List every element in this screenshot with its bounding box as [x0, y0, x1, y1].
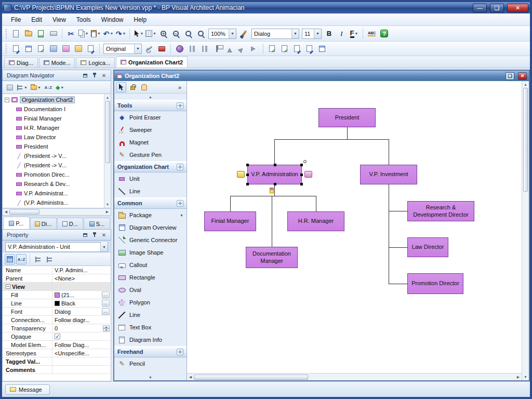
format-copier-button[interactable] — [238, 28, 250, 39]
reset-style-button[interactable] — [156, 43, 168, 55]
bold-button[interactable]: B — [323, 28, 335, 39]
property-group-view[interactable]: −View — [3, 283, 111, 291]
open-project-button[interactable] — [22, 28, 34, 39]
org-node-documentation-manager[interactable]: Documentation Manager — [246, 247, 298, 268]
scroll-up-icon[interactable]: ▲ — [104, 94, 111, 101]
font-size-combo[interactable]: 11 ▼ — [302, 29, 322, 39]
nav-folder-button[interactable]: ▼ — [30, 82, 42, 92]
pause-button-1[interactable] — [186, 43, 198, 55]
tab-documentation[interactable]: D... — [57, 218, 84, 229]
model-tool-button-5[interactable] — [60, 43, 72, 55]
tree-item[interactable]: V.P. Administrat... — [3, 189, 104, 198]
palette-item-text-box[interactable]: Text Box — [114, 321, 187, 334]
zoom-out-button[interactable]: − — [170, 28, 182, 39]
resize-handle-ne[interactable] — [300, 164, 303, 166]
property-row-font[interactable]: Font Dialog… — [3, 308, 111, 316]
palette-section-common[interactable]: Common ✛ — [114, 197, 187, 209]
model-tool-button-4[interactable] — [47, 43, 59, 55]
shape-style-combo[interactable]: Original ▼ — [103, 44, 142, 54]
org-node-promotion-director[interactable]: Promotion Director — [407, 273, 463, 294]
lock-tool-button[interactable] — [127, 82, 138, 92]
palette-item-pencil[interactable]: ✎Pencil — [114, 357, 187, 370]
diagram-canvas[interactable]: President V.P. Administration — [187, 81, 522, 373]
palette-item-diagram-overview[interactable]: Diagram Overview — [114, 221, 187, 234]
property-row-stereotypes[interactable]: Stereotypes <Unspecifie... — [3, 349, 111, 357]
tree-root-row[interactable]: − Organization Chart2 — [3, 95, 104, 104]
tree-item[interactable]: ╱(President -> V... — [3, 161, 104, 170]
org-node-vp-administration[interactable]: V.P. Administration — [247, 165, 302, 184]
step-up-button[interactable] — [223, 43, 235, 55]
sort-properties-button[interactable]: A↓Z — [16, 254, 26, 264]
categorized-view-button[interactable] — [5, 254, 15, 264]
grid-button[interactable]: ▼ — [145, 28, 157, 39]
transparency-spinner[interactable]: ▲▼ — [103, 325, 110, 331]
doc-tab-diagram[interactable]: Diag... — [4, 57, 38, 68]
pause-button-2[interactable] — [198, 43, 210, 55]
section-pin-icon[interactable]: ✛ — [177, 200, 183, 207]
line-ellipsis-button[interactable]: … — [102, 300, 110, 307]
float-pane-button[interactable] — [82, 72, 89, 79]
nav-sort-button[interactable]: A↓Z — [43, 82, 54, 92]
float-pane-button[interactable] — [82, 232, 89, 238]
undo-button[interactable]: ↶▼ — [102, 28, 114, 39]
pin-pane-button[interactable] — [91, 72, 98, 79]
model-tool-button-6[interactable] — [72, 43, 84, 55]
palette-item-magnet[interactable]: Magnet — [114, 136, 187, 149]
scroll-right-icon[interactable]: ▶ — [515, 374, 522, 380]
pan-tool-button[interactable] — [139, 82, 149, 92]
palette-more-button[interactable]: » — [175, 82, 185, 92]
cut-button[interactable]: ✂ — [65, 28, 77, 39]
tree-item[interactable]: Finial Manager — [3, 114, 104, 123]
palette-item-gesture-pen[interactable]: ✎Gesture Pen — [114, 149, 187, 161]
quick-resource-chip[interactable] — [304, 171, 312, 178]
font-ellipsis-button[interactable]: … — [102, 308, 110, 315]
check-tool-button-5[interactable] — [316, 43, 328, 55]
org-node-hr-manager[interactable]: H.R. Manager — [287, 211, 344, 231]
canvas-vertical-scrollbar[interactable]: ▲ ▼ — [522, 81, 529, 380]
org-node-rnd-director[interactable]: Research & Development Director — [407, 201, 474, 221]
menu-file[interactable]: File — [6, 15, 25, 25]
palette-item-rectangle[interactable]: Rectangle — [114, 271, 187, 284]
tree-item[interactable]: H.R. Manager — [3, 123, 104, 132]
format-tool-button[interactable] — [143, 43, 155, 55]
property-row-name[interactable]: Name V.P. Admini... — [3, 266, 111, 274]
palette-item-line[interactable]: Line — [114, 185, 187, 197]
print-button[interactable] — [47, 28, 59, 39]
palette-scroll-up[interactable]: ▲ — [114, 94, 187, 100]
palette-item-line2[interactable]: Line — [114, 309, 187, 321]
palette-item-unit[interactable]: Unit — [114, 172, 187, 185]
scroll-thumb[interactable] — [9, 209, 39, 215]
tree-item[interactable]: Promotion Direc... — [3, 170, 104, 179]
tab-stencil[interactable]: S... — [84, 218, 110, 229]
save-project-button[interactable] — [35, 28, 47, 39]
tree-item[interactable]: ╱(President -> V... — [3, 151, 104, 161]
paste-button[interactable]: ▼ — [90, 28, 102, 39]
nav-hierarchy-button[interactable]: ▼ — [16, 82, 29, 92]
scroll-thumb[interactable] — [105, 101, 110, 163]
font-color-button[interactable]: F▼ — [348, 28, 360, 39]
help-button[interactable]: ? — [378, 28, 390, 39]
model-tool-button-7[interactable] — [85, 43, 97, 55]
copy-button[interactable]: ▼ — [77, 28, 89, 39]
scroll-down-icon[interactable]: ▼ — [522, 374, 529, 380]
fill-ellipsis-button[interactable]: … — [102, 291, 110, 298]
scroll-down-icon[interactable]: ▼ — [104, 201, 111, 208]
palette-section-tools[interactable]: Tools ✛ — [114, 100, 187, 111]
nav-element-button[interactable]: ◆▼ — [55, 82, 65, 92]
close-button[interactable]: ✕ — [507, 4, 528, 12]
property-row-transparency[interactable]: Transparency 0 ▲▼ — [3, 324, 111, 332]
resize-handle-n[interactable] — [274, 164, 276, 166]
redo-button[interactable]: ↷▼ — [115, 28, 127, 39]
resize-handle-w[interactable] — [246, 174, 249, 176]
doc-tab-logical[interactable]: Logica... — [76, 57, 115, 68]
menu-help[interactable]: Help — [129, 15, 152, 25]
resize-handle-se[interactable] — [300, 183, 303, 185]
step-over-button[interactable] — [236, 43, 248, 55]
canvas-horizontal-scrollbar[interactable]: ◀ ▶ — [187, 373, 522, 380]
collapse-all-button[interactable] — [45, 254, 55, 264]
tree-item[interactable]: Research & Dev... — [3, 179, 104, 189]
animacian-button[interactable] — [174, 43, 185, 55]
zoom-level-combo[interactable]: 100% ▼ — [208, 29, 236, 39]
palette-scroll-down[interactable]: ▼ — [114, 374, 187, 380]
collapse-icon[interactable]: − — [5, 98, 9, 102]
